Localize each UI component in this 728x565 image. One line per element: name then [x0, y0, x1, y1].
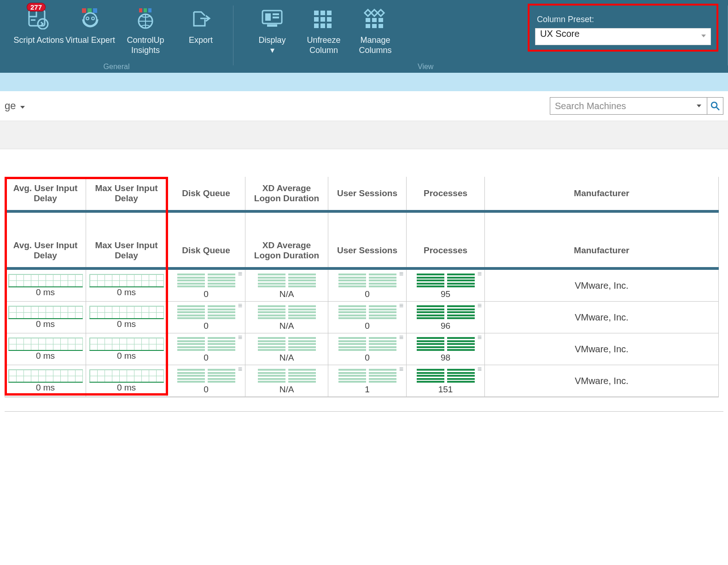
cell-processes: ≡151 [407, 365, 485, 397]
script-actions-badge: 277 [27, 3, 46, 12]
virtual-expert-icon [79, 6, 101, 32]
filter-text: ge [5, 100, 16, 112]
unfreeze-column-button[interactable]: Unfreeze Column [298, 3, 349, 55]
svg-rect-21 [314, 17, 319, 22]
column-preset-highlight: Column Preset: UX Score [528, 4, 718, 52]
header-row-2: Avg. User Input Delay Max User Input Del… [5, 234, 719, 268]
col-disk-queue[interactable]: Disk Queue [167, 177, 245, 211]
svg-rect-35 [379, 24, 383, 28]
svg-rect-4 [87, 8, 92, 13]
export-button[interactable]: Export [175, 3, 227, 45]
svg-point-6 [84, 13, 97, 26]
cell-xd-logon: N/A [245, 268, 328, 302]
button-label: Display▾ [258, 35, 285, 55]
table-row[interactable]: 0 ms0 ms≡0N/A≡0≡96VMware, Inc. [5, 302, 719, 333]
col-manufacturer[interactable]: Manufacturer [485, 177, 719, 211]
col-max-input[interactable]: Max User Input Delay [86, 234, 167, 268]
cell-avg-input: 0 ms [5, 268, 86, 302]
cell-xd-logon: N/A [245, 333, 328, 365]
svg-rect-32 [379, 18, 383, 22]
cell-user-sessions: ≡1 [328, 365, 407, 397]
svg-rect-25 [320, 23, 325, 28]
col-avg-input[interactable]: Avg. User Input Delay [5, 234, 86, 268]
svg-rect-17 [267, 24, 277, 27]
svg-rect-33 [366, 24, 370, 28]
table-row[interactable]: 0 ms0 ms≡0N/A≡0≡95VMware, Inc. [5, 268, 719, 302]
display-icon [261, 6, 284, 32]
virtual-expert-button[interactable]: Virtual Expert [64, 3, 116, 45]
chevron-down-icon: ▾ [270, 46, 274, 55]
svg-rect-23 [327, 17, 332, 22]
ribbon-toolbar: 277 Script Actions [0, 0, 728, 73]
col-processes[interactable]: Processes [407, 177, 485, 211]
cell-processes: ≡96 [407, 302, 485, 333]
svg-rect-19 [320, 11, 325, 15]
svg-rect-34 [372, 24, 377, 28]
metrics-grid: Avg. User Input Delay Max User Input Del… [5, 177, 719, 397]
svg-rect-11 [148, 8, 151, 12]
script-actions-button[interactable]: 277 Script Actions [13, 3, 64, 45]
col-xd-logon[interactable]: XD Average Logon Duration [245, 177, 328, 211]
search-button[interactable] [707, 97, 723, 115]
col-xd-logon[interactable]: XD Average Logon Duration [245, 234, 328, 268]
button-label: Script Actions [13, 35, 64, 45]
search-placeholder: Search Machines [555, 101, 626, 111]
header-row-1: Avg. User Input Delay Max User Input Del… [5, 177, 719, 211]
column-preset-value: UX Score [540, 29, 580, 39]
svg-rect-31 [372, 18, 377, 22]
display-button[interactable]: Display▾ [246, 3, 298, 55]
svg-rect-3 [82, 8, 86, 13]
cell-xd-logon: N/A [245, 302, 328, 333]
svg-rect-20 [327, 11, 332, 15]
header-spacer [5, 211, 719, 234]
sub-ribbon-bar [0, 73, 728, 91]
column-preset-select[interactable]: UX Score [535, 28, 711, 45]
group-label-general: General [0, 63, 233, 71]
col-user-sessions[interactable]: User Sessions [328, 234, 407, 268]
button-label: ControlUp Insights [116, 35, 175, 55]
col-user-sessions[interactable]: User Sessions [328, 177, 407, 211]
button-label: Manage Columns [349, 35, 401, 55]
svg-rect-22 [320, 17, 325, 22]
cell-user-sessions: ≡0 [328, 268, 407, 302]
search-input[interactable]: Search Machines [550, 97, 707, 115]
chevron-down-icon [701, 35, 706, 37]
manage-columns-icon [364, 6, 387, 32]
col-processes[interactable]: Processes [407, 234, 485, 268]
svg-rect-16 [273, 17, 279, 18]
cell-user-sessions: ≡0 [328, 302, 407, 333]
svg-rect-26 [327, 23, 332, 28]
svg-rect-15 [273, 13, 279, 15]
svg-rect-5 [93, 8, 97, 13]
controlup-insights-button[interactable]: ControlUp Insights [116, 3, 175, 55]
col-max-input[interactable]: Max User Input Delay [86, 177, 167, 211]
ribbon-group-general: 277 Script Actions [0, 0, 233, 73]
svg-rect-14 [265, 13, 271, 21]
col-manufacturer[interactable]: Manufacturer [485, 234, 719, 268]
unfreeze-column-icon [312, 6, 335, 32]
cell-processes: ≡95 [407, 268, 485, 302]
table-row[interactable]: 0 ms0 ms≡0N/A≡0≡98VMware, Inc. [5, 333, 719, 365]
cell-processes: ≡98 [407, 333, 485, 365]
filter-dropdown[interactable]: ge [5, 100, 25, 112]
manage-columns-button[interactable]: Manage Columns [349, 3, 401, 55]
group-label-view: View [418, 63, 728, 71]
svg-rect-24 [314, 23, 319, 28]
svg-point-36 [711, 102, 717, 108]
search-machines: Search Machines [550, 97, 723, 115]
script-actions-icon: 277 [27, 6, 50, 32]
ribbon-group-display: Display▾ Unfreeze Column [233, 0, 408, 73]
cell-disk-queue: ≡0 [167, 268, 245, 302]
cell-manufacturer: VMware, Inc. [485, 302, 719, 333]
button-label: Virtual Expert [65, 35, 115, 45]
table-row[interactable]: 0 ms0 ms≡0N/A≡1≡151VMware, Inc. [5, 365, 719, 397]
col-disk-queue[interactable]: Disk Queue [167, 234, 245, 268]
cell-user-sessions: ≡0 [328, 333, 407, 365]
ribbon-group-view: Column Preset: UX Score View [408, 0, 728, 73]
cell-disk-queue: ≡0 [167, 302, 245, 333]
filter-bar: ge Search Machines [0, 91, 728, 121]
svg-point-7 [86, 17, 89, 20]
col-avg-input[interactable]: Avg. User Input Delay [5, 177, 86, 211]
cell-manufacturer: VMware, Inc. [485, 365, 719, 397]
cell-max-input: 0 ms [86, 268, 167, 302]
